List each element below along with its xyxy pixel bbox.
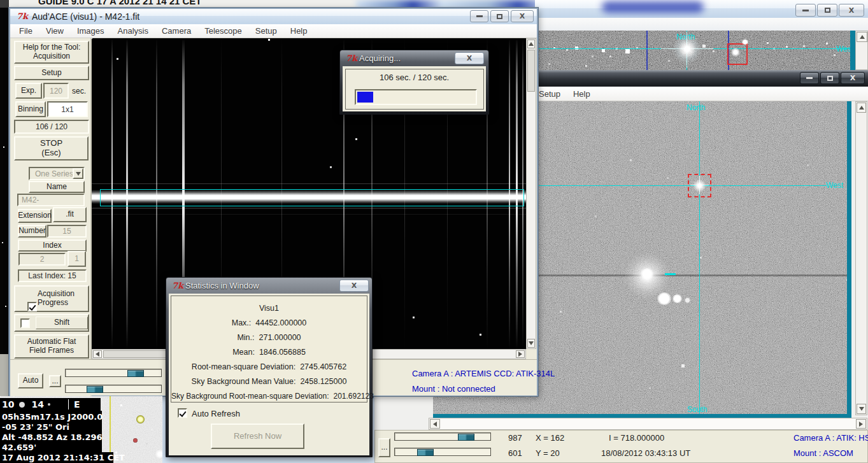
minimize-button[interactable] xyxy=(470,10,488,22)
shift-button[interactable]: Shift xyxy=(36,317,88,329)
slider-handle[interactable] xyxy=(417,449,434,456)
auto-levels-button[interactable]: Auto xyxy=(18,373,43,388)
menu-images[interactable]: Images xyxy=(77,26,104,36)
menu-setup[interactable]: Setup xyxy=(255,26,277,36)
menu-analysis[interactable]: Analysis xyxy=(118,26,148,36)
fov-readout: 42.659' xyxy=(2,443,102,453)
auto-refresh-checkbox[interactable] xyxy=(178,408,187,418)
scroll-down-button[interactable] xyxy=(857,404,866,414)
statistics-box: Visu1 Max.:44452.000000 Min.:271.000000 … xyxy=(171,296,367,402)
acquisition-progress-checkbox[interactable] xyxy=(27,302,37,311)
menu-help[interactable]: Help xyxy=(573,89,590,99)
high-threshold-slider[interactable] xyxy=(65,369,162,377)
scroll-thumb[interactable] xyxy=(527,50,535,92)
low-threshold-slider[interactable] xyxy=(394,448,491,456)
guider-image[interactable]: North West xyxy=(535,31,855,70)
low-threshold-slider[interactable] xyxy=(65,385,162,393)
high-threshold-slider[interactable] xyxy=(394,432,491,441)
levels-options-button[interactable]: ... xyxy=(49,375,61,387)
threshold-options-button[interactable]: ... xyxy=(378,438,390,457)
minimize-icon xyxy=(806,77,813,79)
last-index-readout: Last Index: 15 xyxy=(18,269,87,282)
chevron-down-icon xyxy=(76,172,81,176)
index-reset-button[interactable]: 1 xyxy=(68,251,86,267)
menu-view[interactable]: View xyxy=(46,26,64,36)
scroll-down-button[interactable] xyxy=(527,339,535,348)
acq-line1: Acquisition xyxy=(38,289,75,298)
shift-group: Shift xyxy=(14,314,89,332)
progress-bar-track xyxy=(355,89,477,105)
close-button[interactable]: X xyxy=(455,52,484,64)
selection-rectangle[interactable] xyxy=(100,189,524,206)
setup-button[interactable]: Setup xyxy=(14,66,89,80)
auto-refresh-label: Auto Refresh xyxy=(192,409,240,418)
audace-titlebar: 7k Aud'ACE (visu1) - M42-1.fit X xyxy=(10,9,537,24)
close-icon: X xyxy=(849,6,854,15)
scroll-left-button[interactable] xyxy=(430,419,440,429)
acquisition-progress-group: Acquisition Progress xyxy=(14,285,89,312)
close-button[interactable]: X xyxy=(839,4,864,17)
guide-star-spike-v xyxy=(687,32,687,68)
minimize-button[interactable] xyxy=(800,72,819,84)
scroll-up-button[interactable] xyxy=(857,103,866,113)
guider-vscrollbar[interactable] xyxy=(855,31,868,70)
menu-setup[interactable]: Setup xyxy=(539,89,560,99)
name-header: Name xyxy=(29,181,85,193)
slider-handle[interactable] xyxy=(127,370,144,377)
extension-value-button[interactable]: .fit xyxy=(53,207,87,222)
shift-checkbox[interactable] xyxy=(20,318,30,328)
star-spike-v xyxy=(699,176,700,194)
slider-handle[interactable] xyxy=(458,434,474,441)
maximize-button[interactable] xyxy=(817,4,837,17)
west-label: West xyxy=(826,181,843,190)
scroll-right-button[interactable] xyxy=(856,419,866,429)
binning-button[interactable]: Binning xyxy=(15,101,46,117)
binning-value-field[interactable]: 1x1 xyxy=(47,101,88,117)
cursor-x-readout: X = 162 xyxy=(536,433,564,443)
close-icon: X xyxy=(467,54,472,62)
maximize-button[interactable] xyxy=(820,72,839,84)
star-dot xyxy=(5,306,6,307)
arrow-up-icon xyxy=(859,106,864,110)
high-threshold-value: 987 xyxy=(508,433,522,443)
series-mode-select[interactable]: One Series xyxy=(29,167,85,180)
bright-star xyxy=(657,292,671,305)
extension-button[interactable]: Extension xyxy=(18,209,52,223)
seconds-label: sec. xyxy=(72,87,86,96)
statistics-dialog-body: Visu1 Max.:44452.000000 Min.:271.000000 … xyxy=(169,294,369,455)
menu-camera[interactable]: Camera xyxy=(162,26,191,36)
atik-hscrollbar[interactable] xyxy=(429,418,867,430)
guide-chart[interactable]: 10 14 E 05h35m17.1s J2000.0 -05 23' 25" … xyxy=(0,396,162,463)
exposure-button[interactable]: Exp. xyxy=(15,83,42,99)
minimize-button[interactable] xyxy=(795,4,816,17)
close-button[interactable]: X xyxy=(841,72,865,84)
close-button[interactable]: X xyxy=(339,280,369,292)
close-button[interactable]: X xyxy=(511,10,534,22)
menu-file[interactable]: File xyxy=(19,26,32,36)
scroll-left-button[interactable] xyxy=(93,350,102,358)
index-header: Index xyxy=(18,239,87,252)
index-field[interactable]: 2 xyxy=(18,253,66,266)
number-field[interactable]: 15 xyxy=(47,225,87,238)
atik-vscrollbar[interactable] xyxy=(855,101,867,415)
refresh-now-button[interactable]: Refresh Now xyxy=(211,424,304,449)
image-edge-band xyxy=(850,31,855,70)
arrow-up-icon xyxy=(529,42,534,46)
scroll-up-button[interactable] xyxy=(527,39,535,48)
dropdown-arrow-button[interactable] xyxy=(73,168,83,179)
canvas-vscrollbar[interactable] xyxy=(526,38,536,349)
stop-button[interactable]: STOP (Esc) xyxy=(14,136,89,160)
tool-help-button[interactable]: Help for the Tool: Acquisition xyxy=(14,41,89,64)
exposure-value-field[interactable]: 120 xyxy=(43,83,69,99)
dec-readout: -05 23' 25" Ori xyxy=(2,422,102,432)
scroll-up-button[interactable] xyxy=(857,32,867,42)
scroll-right-button[interactable] xyxy=(516,350,525,358)
slider-handle[interactable] xyxy=(87,386,103,393)
maximize-button[interactable] xyxy=(490,10,509,22)
flat-frames-button[interactable]: Automatic Flat Field Frames xyxy=(14,334,89,359)
star-blob xyxy=(741,39,749,45)
menu-help[interactable]: Help xyxy=(290,26,308,36)
camera-status: Camera A : ATIK: HS xyxy=(793,433,868,443)
menu-telescope[interactable]: Telescope xyxy=(204,26,242,36)
name-field[interactable]: M42- xyxy=(17,194,85,206)
